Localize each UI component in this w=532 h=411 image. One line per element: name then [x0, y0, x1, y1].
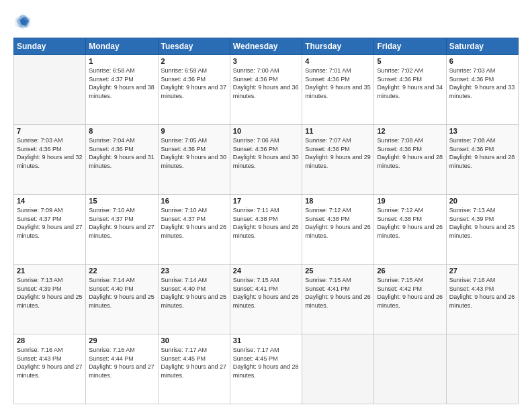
calendar-cell: 11Sunrise: 7:07 AMSunset: 4:36 PMDayligh…: [302, 125, 374, 195]
day-info: Sunrise: 7:12 AMSunset: 4:38 PMDaylight:…: [305, 206, 371, 240]
calendar-cell: 14Sunrise: 7:09 AMSunset: 4:37 PMDayligh…: [14, 195, 86, 265]
day-number: 2: [161, 57, 227, 65]
day-info: Sunrise: 7:15 AMSunset: 4:42 PMDaylight:…: [377, 276, 443, 310]
day-number: 30: [161, 336, 227, 345]
day-number: 25: [305, 267, 371, 275]
day-info: Sunrise: 7:11 AMSunset: 4:38 PMDaylight:…: [233, 206, 299, 240]
week-row-1: 1Sunrise: 6:58 AMSunset: 4:37 PMDaylight…: [14, 55, 519, 125]
day-number: 28: [17, 336, 83, 345]
calendar-table: SundayMondayTuesdayWednesdayThursdayFrid…: [13, 38, 519, 404]
day-number: 17: [233, 197, 299, 205]
calendar-cell: 28Sunrise: 7:16 AMSunset: 4:43 PMDayligh…: [14, 334, 86, 404]
calendar-cell: 23Sunrise: 7:14 AMSunset: 4:40 PMDayligh…: [158, 265, 230, 334]
page: SundayMondayTuesdayWednesdayThursdayFrid…: [0, 0, 532, 411]
day-number: 3: [233, 57, 299, 65]
logo-icon: [13, 12, 32, 31]
calendar-cell: 13Sunrise: 7:08 AMSunset: 4:36 PMDayligh…: [446, 125, 518, 195]
day-info: Sunrise: 7:09 AMSunset: 4:37 PMDaylight:…: [17, 206, 83, 240]
day-number: 10: [233, 127, 299, 135]
calendar-cell: 31Sunrise: 7:17 AMSunset: 4:45 PMDayligh…: [230, 334, 302, 404]
day-number: 7: [17, 127, 83, 135]
header-day-saturday: Saturday: [446, 38, 518, 55]
header-day-tuesday: Tuesday: [158, 38, 230, 55]
day-info: Sunrise: 7:15 AMSunset: 4:41 PMDaylight:…: [305, 276, 371, 310]
day-number: 8: [89, 127, 154, 135]
calendar-cell: 2Sunrise: 6:59 AMSunset: 4:36 PMDaylight…: [158, 55, 230, 125]
calendar-cell: 5Sunrise: 7:02 AMSunset: 4:36 PMDaylight…: [374, 55, 446, 125]
calendar-cell: 21Sunrise: 7:13 AMSunset: 4:39 PMDayligh…: [14, 265, 86, 334]
day-number: 15: [89, 197, 154, 205]
day-number: 31: [233, 336, 299, 345]
day-number: 12: [377, 127, 443, 135]
day-info: Sunrise: 7:01 AMSunset: 4:36 PMDaylight:…: [305, 66, 371, 100]
day-info: Sunrise: 7:04 AMSunset: 4:36 PMDaylight:…: [89, 136, 154, 170]
calendar-cell: 1Sunrise: 6:58 AMSunset: 4:37 PMDaylight…: [86, 55, 158, 125]
calendar-cell: 3Sunrise: 7:00 AMSunset: 4:36 PMDaylight…: [230, 55, 302, 125]
calendar-cell: 18Sunrise: 7:12 AMSunset: 4:38 PMDayligh…: [302, 195, 374, 265]
day-info: Sunrise: 7:13 AMSunset: 4:39 PMDaylight:…: [449, 206, 515, 240]
week-row-3: 14Sunrise: 7:09 AMSunset: 4:37 PMDayligh…: [14, 195, 519, 265]
day-info: Sunrise: 7:13 AMSunset: 4:39 PMDaylight:…: [17, 276, 83, 310]
calendar-cell: [374, 334, 446, 404]
day-info: Sunrise: 7:06 AMSunset: 4:36 PMDaylight:…: [233, 136, 299, 170]
day-info: Sunrise: 7:12 AMSunset: 4:38 PMDaylight:…: [377, 206, 443, 240]
day-info: Sunrise: 7:16 AMSunset: 4:43 PMDaylight:…: [449, 276, 515, 310]
calendar-cell: 15Sunrise: 7:10 AMSunset: 4:37 PMDayligh…: [86, 195, 158, 265]
week-row-4: 21Sunrise: 7:13 AMSunset: 4:39 PMDayligh…: [14, 265, 519, 334]
header-row: SundayMondayTuesdayWednesdayThursdayFrid…: [14, 38, 519, 55]
day-info: Sunrise: 7:14 AMSunset: 4:40 PMDaylight:…: [161, 276, 227, 310]
calendar-cell: 16Sunrise: 7:10 AMSunset: 4:37 PMDayligh…: [158, 195, 230, 265]
day-number: 13: [449, 127, 515, 135]
calendar-header: SundayMondayTuesdayWednesdayThursdayFrid…: [14, 38, 519, 55]
day-number: 1: [89, 57, 154, 65]
header-day-sunday: Sunday: [14, 38, 86, 55]
calendar-body: 1Sunrise: 6:58 AMSunset: 4:37 PMDaylight…: [14, 55, 519, 404]
calendar-cell: 25Sunrise: 7:15 AMSunset: 4:41 PMDayligh…: [302, 265, 374, 334]
day-info: Sunrise: 7:08 AMSunset: 4:36 PMDaylight:…: [377, 136, 443, 170]
calendar-cell: 12Sunrise: 7:08 AMSunset: 4:36 PMDayligh…: [374, 125, 446, 195]
day-number: 6: [449, 57, 515, 65]
calendar-cell: 27Sunrise: 7:16 AMSunset: 4:43 PMDayligh…: [446, 265, 518, 334]
day-info: Sunrise: 7:17 AMSunset: 4:45 PMDaylight:…: [233, 346, 299, 379]
calendar-cell: 10Sunrise: 7:06 AMSunset: 4:36 PMDayligh…: [230, 125, 302, 195]
calendar-cell: [446, 334, 518, 404]
day-number: 16: [161, 197, 227, 205]
day-info: Sunrise: 7:05 AMSunset: 4:36 PMDaylight:…: [161, 136, 227, 170]
day-number: 23: [161, 267, 227, 275]
day-number: 24: [233, 267, 299, 275]
day-number: 11: [305, 127, 371, 135]
calendar-cell: 4Sunrise: 7:01 AMSunset: 4:36 PMDaylight…: [302, 55, 374, 125]
day-info: Sunrise: 7:02 AMSunset: 4:36 PMDaylight:…: [377, 66, 443, 100]
calendar-cell: 6Sunrise: 7:03 AMSunset: 4:36 PMDaylight…: [446, 55, 518, 125]
header-day-wednesday: Wednesday: [230, 38, 302, 55]
header-day-monday: Monday: [86, 38, 158, 55]
header: [13, 12, 519, 31]
calendar-cell: 30Sunrise: 7:17 AMSunset: 4:45 PMDayligh…: [158, 334, 230, 404]
calendar-cell: 20Sunrise: 7:13 AMSunset: 4:39 PMDayligh…: [446, 195, 518, 265]
calendar-cell: 17Sunrise: 7:11 AMSunset: 4:38 PMDayligh…: [230, 195, 302, 265]
day-number: 26: [377, 267, 443, 275]
day-info: Sunrise: 7:00 AMSunset: 4:36 PMDaylight:…: [233, 66, 299, 100]
day-info: Sunrise: 7:10 AMSunset: 4:37 PMDaylight:…: [89, 206, 154, 240]
day-info: Sunrise: 7:08 AMSunset: 4:36 PMDaylight:…: [449, 136, 515, 170]
calendar-cell: 24Sunrise: 7:15 AMSunset: 4:41 PMDayligh…: [230, 265, 302, 334]
day-info: Sunrise: 7:16 AMSunset: 4:43 PMDaylight:…: [17, 346, 83, 379]
day-number: 14: [17, 197, 83, 205]
day-info: Sunrise: 7:03 AMSunset: 4:36 PMDaylight:…: [449, 66, 515, 100]
day-info: Sunrise: 7:15 AMSunset: 4:41 PMDaylight:…: [233, 276, 299, 310]
week-row-2: 7Sunrise: 7:03 AMSunset: 4:36 PMDaylight…: [14, 125, 519, 195]
day-number: 19: [377, 197, 443, 205]
day-number: 9: [161, 127, 227, 135]
day-number: 18: [305, 197, 371, 205]
calendar-cell: 22Sunrise: 7:14 AMSunset: 4:40 PMDayligh…: [86, 265, 158, 334]
day-number: 22: [89, 267, 154, 275]
day-info: Sunrise: 6:58 AMSunset: 4:37 PMDaylight:…: [89, 66, 154, 100]
day-info: Sunrise: 7:10 AMSunset: 4:37 PMDaylight:…: [161, 206, 227, 240]
day-info: Sunrise: 7:14 AMSunset: 4:40 PMDaylight:…: [89, 276, 154, 310]
day-info: Sunrise: 7:07 AMSunset: 4:36 PMDaylight:…: [305, 136, 371, 170]
calendar-cell: 9Sunrise: 7:05 AMSunset: 4:36 PMDaylight…: [158, 125, 230, 195]
day-info: Sunrise: 6:59 AMSunset: 4:36 PMDaylight:…: [161, 66, 227, 100]
header-day-friday: Friday: [374, 38, 446, 55]
calendar-cell: 7Sunrise: 7:03 AMSunset: 4:36 PMDaylight…: [14, 125, 86, 195]
week-row-5: 28Sunrise: 7:16 AMSunset: 4:43 PMDayligh…: [14, 334, 519, 404]
